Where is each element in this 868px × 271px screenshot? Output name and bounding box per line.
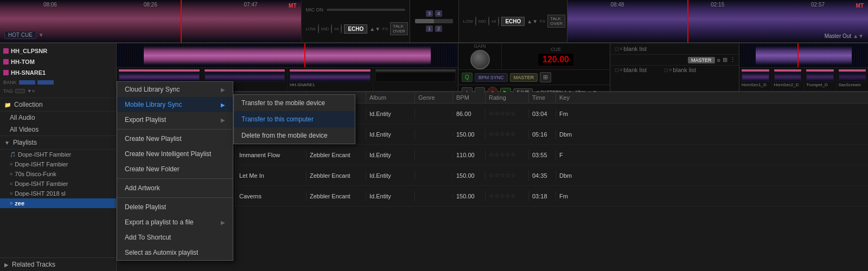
crossfader-btn-2[interactable]: 4 (435, 10, 442, 17)
sidebar-item-all-audio[interactable]: All Audio (0, 112, 116, 124)
track-item-clpsnr[interactable]: HH_CLPSNR (0, 46, 116, 56)
col-album[interactable]: Album (366, 92, 415, 103)
sidebar-item-all-videos[interactable]: All Videos (0, 124, 116, 136)
menu-item-create-folder[interactable]: Create New Folder (117, 162, 233, 177)
menu-item-transfer-computer[interactable]: Transfer to this computer (234, 111, 355, 127)
fx-arrows-r[interactable]: ▲▼ (527, 18, 538, 24)
context-menu: Cloud Library Sync ▶ Mobile Library Sync… (117, 81, 355, 261)
fx-selector[interactable]: ECHO (344, 24, 367, 34)
sidebar-item-related[interactable]: ▶ Related Tracks (0, 257, 116, 271)
track-album-4: Id.Entity (366, 171, 415, 180)
track-name-clpsnr: HH_CLPSNR (11, 48, 47, 54)
mic-on-label: MIC ON (306, 7, 324, 12)
track-name-tom: HH-TOM (11, 59, 35, 65)
sample-deck-r1[interactable]: HornSec1_D (739, 68, 772, 91)
talk-over-btn-r[interactable]: TALK OVER (547, 15, 565, 28)
sidebar-item-collection[interactable]: 📁 Collection (0, 98, 116, 112)
q-button[interactable]: Q (462, 73, 473, 82)
playlist-item-4[interactable]: ≡ Dope-ISHT Fambier (0, 179, 116, 189)
blank-list-1: blank list (623, 46, 647, 52)
grid-view-btn[interactable]: ⊞ (540, 72, 551, 82)
time-marker-1: 08:06 (43, 2, 57, 8)
playlist-item-zee[interactable]: ≡ zee (0, 198, 116, 208)
track-rating-2: ☆☆☆☆☆ (486, 129, 529, 139)
track-rating-3: ☆☆☆☆☆ (486, 150, 529, 160)
menu-item-export-to-file[interactable]: Export a playlist to a file ▶ (117, 215, 233, 230)
menu-item-mobile-sync[interactable]: Mobile Library Sync ▶ (117, 97, 233, 112)
collection-label: Collection (14, 101, 43, 108)
eq-mid-knob[interactable] (331, 24, 332, 34)
eq-mid-label-r: MID (478, 19, 487, 24)
col-key[interactable]: Key (556, 92, 580, 103)
hot-cue-button[interactable]: HOT CUE (4, 31, 36, 39)
eq-mid-knob-r[interactable] (488, 16, 489, 26)
playlist-item-3[interactable]: ≡ 70s Disco-Funk (0, 169, 116, 179)
master-btn[interactable]: MASTER (510, 73, 538, 82)
bpm-display: 120.00 (538, 53, 574, 66)
menu-item-automix[interactable]: Select as Automix playlist (117, 245, 233, 260)
fx-arrows[interactable]: ▲▼ (369, 26, 380, 32)
fx-selector-r[interactable]: ECHO (501, 17, 525, 26)
sample-name-r2: HornSec2_D (774, 82, 802, 87)
sample-deck-4[interactable] (373, 68, 458, 91)
bpm-sync-btn[interactable]: BPM SYNC (475, 73, 508, 82)
gain-label: GAIN (474, 43, 486, 49)
track-rating-4: ☆☆☆☆☆ (486, 170, 529, 180)
time-marker-r2: 02:15 (711, 2, 724, 8)
menu-item-add-shortcut[interactable]: Add To Shortcut (117, 230, 233, 245)
menu-item-cloud-sync[interactable]: Cloud Library Sync ▶ (117, 82, 233, 97)
track-rating-1: ☆☆☆☆☆ (486, 108, 529, 119)
all-videos-label: All Videos (10, 126, 39, 133)
list-view-btn[interactable]: ≡ (717, 57, 720, 63)
track-item-snare[interactable]: HH-SNARE1 (0, 67, 116, 78)
eq-low-label-r: LOW (463, 19, 473, 24)
more-options-btn[interactable]: ⋮ (730, 56, 736, 63)
talk-over-btn[interactable]: TALK OVER (390, 22, 408, 35)
menu-item-transfer-mobile[interactable]: Transfer to the mobile device (234, 95, 355, 111)
playlists-label: Playlists (13, 139, 37, 146)
master-badge[interactable]: MASTER (688, 57, 715, 63)
menu-item-create-playlist[interactable]: Create New Playlist (117, 131, 233, 146)
playlist-item-5[interactable]: ≡ Dope-ISHT 2018 sl (0, 189, 116, 198)
blank-list-3: blank list (673, 67, 696, 73)
grid-view-btn-2[interactable]: ⊞ (723, 56, 727, 63)
track-time-5: 03:18 (529, 191, 556, 201)
menu-item-create-intelligent[interactable]: Create New Intelligent Playlist (117, 146, 233, 162)
fx-label: FX (382, 27, 388, 31)
track-name-snare: HH-SNARE1 (11, 69, 46, 76)
track-rating-5: ☆☆☆☆☆ (486, 191, 529, 201)
col-bpm[interactable]: BPM (453, 92, 486, 103)
track-key-3: F (556, 150, 580, 160)
sidebar-item-playlists[interactable]: ▼ Playlists (0, 136, 116, 150)
bank-label: BANK (3, 80, 17, 85)
eq-hi-knob-r[interactable] (498, 16, 499, 26)
sample-deck-r2[interactable]: HornSec2_D (772, 68, 805, 91)
sample-name-r4: SaxScream (839, 82, 866, 87)
sample-deck-r3[interactable]: Trumpet_D (804, 68, 837, 91)
menu-item-delete-mobile[interactable]: Delete from the mobile device (234, 127, 355, 144)
eq-hi-knob[interactable] (341, 24, 342, 34)
track-album-1: Id.Entity (366, 109, 415, 119)
sample-deck-r4[interactable]: SaxScream (837, 68, 869, 91)
track-key-5: Fm (556, 191, 580, 201)
menu-item-delete-playlist[interactable]: Delete Playlist (117, 199, 233, 215)
sample-name-r3: Trumpet_D (806, 82, 834, 87)
eq-low-knob-r[interactable] (475, 16, 476, 26)
time-marker-3: 07:47 (244, 2, 258, 8)
time-marker-r3: 02:57 (811, 2, 825, 8)
col-genre[interactable]: Genre (415, 92, 453, 103)
gain-knob[interactable] (470, 50, 490, 69)
eq-low-knob[interactable] (318, 24, 319, 34)
crossfader-btn-3[interactable]: 1 (426, 25, 433, 32)
fx-label-r: FX (540, 19, 545, 24)
crossfader-btn-1[interactable]: 3 (426, 10, 433, 17)
track-key-4: Dbm (556, 171, 580, 180)
crossfader-btn-4[interactable]: 2 (435, 25, 442, 32)
track-item-tom[interactable]: HH-TOM (0, 56, 116, 67)
col-time[interactable]: Time (529, 92, 556, 103)
menu-item-add-artwork[interactable]: Add Artwork (117, 180, 233, 196)
playlist-item-1[interactable]: 🎵 Dope-ISHT Fambier (0, 150, 116, 159)
menu-item-export-playlist[interactable]: Export Playlist ▶ (117, 112, 233, 127)
col-rating[interactable]: Rating (486, 92, 529, 103)
playlist-item-2[interactable]: ≡ Dope-ISHT Fambier (0, 159, 116, 169)
